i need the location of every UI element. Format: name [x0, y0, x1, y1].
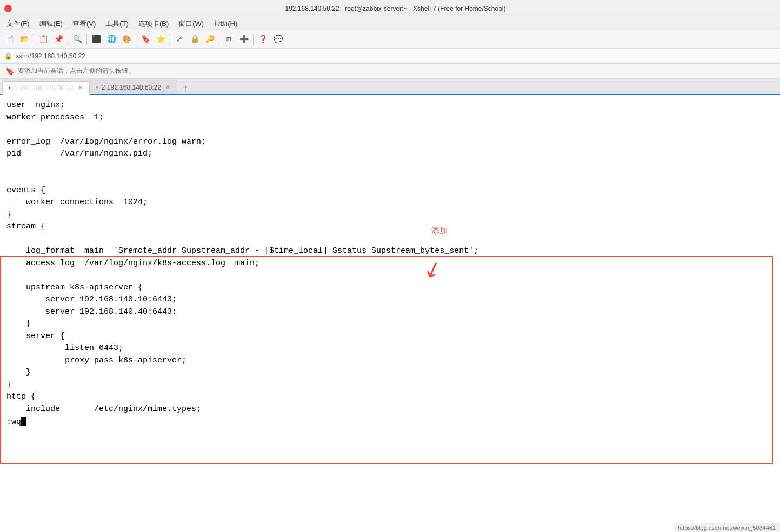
- terminal-line-1: user nginx;: [6, 99, 774, 112]
- toolbar-grid[interactable]: ⊞: [222, 32, 236, 46]
- menu-edit[interactable]: 编辑(E): [35, 18, 67, 30]
- notification-bar: 🔖 要添加当前会话，点击左侧的箭头按钮。: [0, 64, 780, 79]
- terminal-line-10: }: [6, 209, 774, 221]
- toolbar-star[interactable]: ⭐: [154, 32, 168, 46]
- toolbar-search[interactable]: 🔍: [70, 32, 84, 46]
- menu-view[interactable]: 查看(V): [68, 18, 100, 30]
- terminal-line-22: proxy_pass k8s-apiserver;: [6, 355, 774, 367]
- toolbar-help[interactable]: ❓: [256, 32, 270, 46]
- toolbar-sep-4: [136, 34, 136, 45]
- toolbar-settings-1[interactable]: ⬛: [89, 32, 103, 46]
- address-bar: 🔒 ssh://192.168.140.50:22: [0, 49, 780, 64]
- toolbar-expand[interactable]: ⤢: [172, 32, 186, 46]
- toolbar-sep-3: [86, 34, 87, 45]
- terminal-line-3: [6, 124, 774, 136]
- toolbar-sep-1: [34, 34, 34, 45]
- terminal-line-17: server 192.168.140.10:6443;: [6, 294, 774, 306]
- menu-window[interactable]: 窗口(W): [174, 18, 208, 30]
- window-title: 192.168.140.50:22 - root@zabbix-server:~…: [15, 5, 776, 12]
- toolbar-plus[interactable]: ➕: [237, 32, 251, 46]
- toolbar-key[interactable]: 🔑: [203, 32, 217, 46]
- toolbar-sep-2: [68, 34, 68, 45]
- toolbar-bookmark[interactable]: 🔖: [138, 32, 152, 46]
- toolbar-new[interactable]: 📄: [2, 32, 16, 46]
- terminal-line-21: listen 6443;: [6, 342, 774, 355]
- terminal-line-11: stream {: [6, 221, 774, 233]
- terminal-line-6: [6, 160, 774, 173]
- window-close-dot[interactable]: [4, 5, 12, 12]
- terminal-line-13: log_format main '$remote_addr $upstream_…: [6, 245, 774, 258]
- terminal-line-8: events {: [6, 185, 774, 197]
- menu-bar: 文件(F) 编辑(E) 查看(V) 工具(T) 选项卡(B) 窗口(W) 帮助(…: [0, 17, 780, 30]
- notification-icon: 🔖: [5, 67, 15, 76]
- terminal-line-12: [6, 233, 774, 246]
- toolbar: 📄 📂 📋 📌 🔍 ⬛ 🌐 🎨 🔖 ⭐ ⤢ 🔒 🔑 ⊞ ➕ ❓ 💬: [0, 30, 780, 49]
- terminal-line-26: include /etc/nginx/mime.types;: [6, 403, 774, 416]
- toolbar-globe[interactable]: 🌐: [104, 32, 118, 46]
- menu-file[interactable]: 文件(F): [2, 18, 34, 30]
- address-text[interactable]: ssh://192.168.140.50:22: [16, 52, 85, 60]
- toolbar-paste[interactable]: 📌: [51, 32, 65, 46]
- lock-icon: 🔒: [4, 52, 12, 60]
- toolbar-sep-5: [170, 34, 170, 45]
- tab-1-close[interactable]: ✕: [77, 84, 84, 92]
- terminal-line-7: [6, 172, 774, 185]
- terminal-line-19: }: [6, 318, 774, 331]
- toolbar-paint[interactable]: 🎨: [119, 32, 134, 46]
- terminal-line-25: http {: [6, 391, 774, 403]
- menu-help[interactable]: 帮助(H): [209, 18, 242, 30]
- tab-2-label: 2 192.168.140.60:22: [102, 84, 161, 91]
- toolbar-sep-6: [219, 34, 219, 45]
- tab-bar: ● 1 192.168.140.50:22 ✕ ● 2 192.168.140.…: [0, 79, 780, 95]
- terminal-line-9: worker_connections 1024;: [6, 197, 774, 209]
- terminal-line-2: worker_processes 1;: [6, 112, 774, 124]
- terminal-line-18: server 192.168.140.40:6443;: [6, 306, 774, 319]
- toolbar-lock[interactable]: 🔒: [188, 32, 202, 46]
- tab-2-dot: ●: [96, 85, 98, 90]
- title-bar: 192.168.140.50:22 - root@zabbix-server:~…: [0, 0, 780, 17]
- terminal-line-16: upstream k8s-apiserver {: [6, 282, 774, 294]
- tab-1[interactable]: ● 1 192.168.140.50:22 ✕: [2, 81, 90, 95]
- status-bar: https://blog.csdn.net/weixin_5034461: [674, 523, 780, 532]
- terminal-cmd: :wq: [6, 416, 774, 429]
- terminal-content: user nginx; worker_processes 1; error_lo…: [0, 95, 780, 532]
- terminal-line-23: }: [6, 367, 774, 379]
- menu-tabs[interactable]: 选项卡(B): [134, 18, 173, 30]
- status-text: https://blog.csdn.net/weixin_5034461: [678, 524, 776, 531]
- menu-tools[interactable]: 工具(T): [101, 18, 133, 30]
- toolbar-open[interactable]: 📂: [17, 32, 31, 46]
- tab-2[interactable]: ● 2 192.168.140.60:22 ✕: [90, 80, 177, 94]
- toolbar-sep-7: [253, 34, 254, 45]
- tab-1-label: 1 192.168.140.50:22: [14, 84, 74, 92]
- toolbar-copy[interactable]: 📋: [36, 32, 50, 46]
- notification-text: 要添加当前会话，点击左侧的箭头按钮。: [18, 66, 135, 76]
- tab-2-close[interactable]: ✕: [164, 83, 171, 91]
- toolbar-chat[interactable]: 💬: [271, 32, 285, 46]
- terminal-line-20: server {: [6, 331, 774, 343]
- terminal-line-5: pid /var/run/nginx.pid;: [6, 148, 774, 160]
- tab-add-button[interactable]: +: [179, 82, 191, 94]
- terminal-line-14: access_log /var/log/nginx/k8s-access.log…: [6, 258, 774, 270]
- terminal-cursor: [21, 417, 26, 426]
- terminal-line-24: }: [6, 379, 774, 392]
- terminal-line-4: error_log /var/log/nginx/error.log warn;: [6, 136, 774, 149]
- terminal-line-15: [6, 270, 774, 282]
- tab-1-dot: ●: [8, 85, 11, 90]
